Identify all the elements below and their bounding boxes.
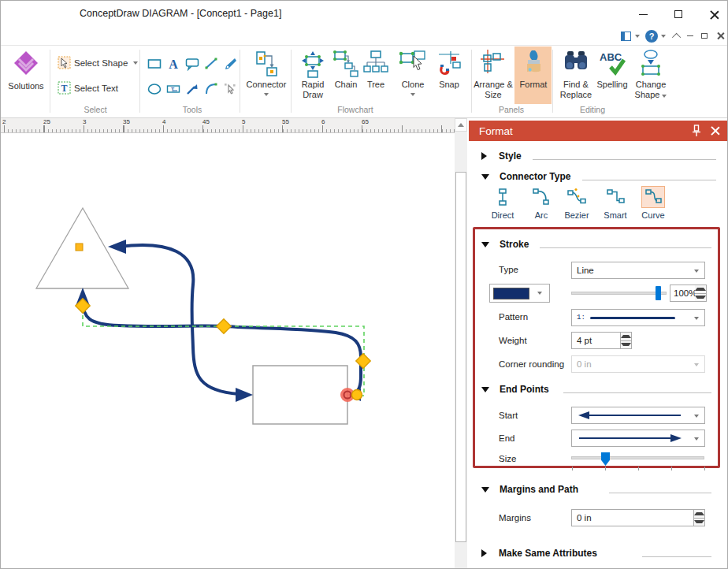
line-tool[interactable] bbox=[202, 55, 220, 73]
diagram bbox=[1, 133, 455, 568]
endpoint-end-combo[interactable] bbox=[571, 430, 705, 447]
snap-button[interactable]: Snap bbox=[433, 50, 466, 90]
pen-tool[interactable] bbox=[221, 55, 239, 73]
section-stroke[interactable]: Stroke bbox=[481, 238, 529, 251]
spin-up-button[interactable] bbox=[695, 285, 706, 293]
help-icon: ? bbox=[645, 30, 658, 43]
drawing-canvas[interactable] bbox=[1, 133, 455, 568]
arc-tool[interactable] bbox=[202, 80, 220, 98]
spin-up-button[interactable] bbox=[694, 510, 704, 518]
clone-button[interactable]: Clone bbox=[395, 50, 431, 96]
arrow-tool[interactable] bbox=[184, 80, 201, 98]
horizontal-ruler[interactable]: 2 25 3 35 4 45 5 55 6 65 bbox=[1, 118, 455, 133]
text-icon: A bbox=[166, 57, 180, 71]
stroke-color-button[interactable] bbox=[489, 284, 550, 303]
scroll-up-button[interactable] bbox=[455, 118, 467, 132]
spin-up-button[interactable] bbox=[621, 333, 631, 340]
scrollbar-thumb[interactable] bbox=[455, 172, 466, 542]
select-shape-icon bbox=[58, 56, 71, 69]
slider-tick bbox=[572, 467, 573, 470]
section-rule bbox=[540, 247, 711, 248]
stroke-color-swatch bbox=[493, 288, 529, 299]
stroke-opacity-slider[interactable] bbox=[571, 292, 667, 295]
callout-tool[interactable] bbox=[184, 55, 201, 73]
endpoint-size-slider[interactable] bbox=[571, 456, 704, 459]
document-close-button[interactable] bbox=[714, 29, 726, 43]
stroke-pattern-label: Pattern bbox=[499, 312, 528, 322]
window-minimize-button[interactable] bbox=[631, 7, 655, 21]
slider-tick bbox=[605, 467, 606, 470]
binoculars-icon bbox=[563, 50, 589, 78]
connector-type-direct[interactable]: Direct bbox=[485, 186, 521, 220]
endpoint-handle[interactable] bbox=[352, 390, 362, 400]
help-button[interactable]: ? bbox=[644, 29, 659, 43]
document-restore-button[interactable] bbox=[698, 29, 711, 43]
margins-label: Margins bbox=[499, 513, 531, 523]
solutions-button[interactable]: Solutions bbox=[6, 50, 46, 91]
endpoint-end-label: End bbox=[499, 433, 514, 443]
stroke-type-combo[interactable]: Line bbox=[571, 262, 705, 279]
rectangle-tool[interactable] bbox=[146, 55, 163, 73]
connector-type-curve[interactable]: Curve bbox=[635, 186, 671, 220]
ellipse-tool[interactable] bbox=[146, 80, 163, 98]
connector-button[interactable]: Connector bbox=[243, 50, 289, 96]
spelling-button[interactable]: ABC Spelling bbox=[593, 50, 631, 90]
find-replace-button[interactable]: Find & Replace bbox=[556, 50, 596, 99]
section-make-same-attributes[interactable]: Make Same Attributes bbox=[481, 547, 597, 560]
rectangle-shape[interactable] bbox=[253, 366, 347, 424]
opacity-slider-thumb[interactable] bbox=[656, 286, 661, 300]
section-margins-path[interactable]: Margins and Path bbox=[481, 483, 578, 496]
chevron-up-icon bbox=[458, 123, 464, 127]
pin-icon[interactable] bbox=[691, 125, 702, 137]
section-rule bbox=[582, 180, 716, 180]
stroke-weight-spinbox[interactable]: 4 pt bbox=[571, 332, 632, 349]
smart-connector-icon bbox=[606, 188, 625, 206]
select-text-button[interactable]: T Select Text bbox=[58, 81, 118, 95]
edit-nodes-tool[interactable] bbox=[221, 80, 239, 98]
vertical-scrollbar[interactable] bbox=[455, 118, 467, 568]
connector-type-bezier[interactable]: Bezier bbox=[559, 186, 595, 220]
arrange-size-button[interactable]: Arrange & Size bbox=[474, 50, 513, 99]
chevron-down-icon bbox=[635, 35, 640, 38]
text-box-tool[interactable]: T bbox=[165, 80, 182, 98]
select-shape-button[interactable]: Select Shape bbox=[58, 56, 138, 69]
document-minimize-button[interactable] bbox=[684, 29, 696, 43]
chain-button[interactable]: Chain bbox=[330, 50, 362, 90]
change-shape-button[interactable]: Change Shape bbox=[631, 50, 670, 99]
connector-unselected[interactable] bbox=[108, 240, 253, 402]
text-tool[interactable]: A bbox=[165, 55, 182, 73]
restore-icon bbox=[701, 33, 708, 39]
panels-menu-caret[interactable] bbox=[633, 29, 642, 43]
section-connector-type[interactable]: Connector Type bbox=[481, 170, 570, 183]
help-menu-caret[interactable] bbox=[659, 29, 668, 43]
connector-type-smart[interactable]: Smart bbox=[597, 186, 633, 220]
panels-menu-button[interactable] bbox=[618, 29, 633, 43]
control-handle-mid[interactable] bbox=[217, 319, 231, 333]
spin-down-button[interactable] bbox=[695, 293, 706, 302]
stroke-pattern-combo[interactable]: 1: bbox=[571, 309, 705, 326]
triangle-handle[interactable] bbox=[76, 244, 83, 251]
tree-button[interactable]: Tree bbox=[362, 50, 390, 90]
arrange-size-icon bbox=[481, 50, 506, 78]
ellipse-icon bbox=[147, 82, 162, 96]
stroke-opacity-spinner[interactable] bbox=[696, 284, 707, 302]
endpoint-start-combo[interactable] bbox=[571, 407, 705, 424]
window-close-button[interactable] bbox=[702, 7, 726, 21]
rapid-draw-button[interactable]: Rapid Draw bbox=[295, 50, 330, 99]
window-maximize-button[interactable] bbox=[667, 7, 690, 21]
collapse-ribbon-button[interactable] bbox=[671, 29, 684, 43]
format-brush-icon bbox=[522, 50, 545, 78]
format-button[interactable]: Format bbox=[517, 50, 550, 90]
spin-down-button[interactable] bbox=[694, 518, 704, 526]
panel-close-button[interactable] bbox=[710, 125, 721, 136]
stroke-opacity-value[interactable]: 100% bbox=[670, 284, 696, 302]
margins-spinbox[interactable]: 0 in bbox=[571, 509, 705, 526]
connector-type-arc[interactable]: Arc bbox=[523, 186, 559, 220]
size-slider-thumb[interactable] bbox=[601, 452, 610, 466]
control-handle-corner[interactable] bbox=[356, 354, 370, 368]
section-style[interactable]: Style bbox=[481, 150, 522, 162]
section-end-points[interactable]: End Points bbox=[481, 383, 549, 396]
spin-down-button[interactable] bbox=[621, 340, 631, 349]
expanded-arrow-icon bbox=[481, 174, 489, 180]
group-separator bbox=[552, 50, 553, 113]
